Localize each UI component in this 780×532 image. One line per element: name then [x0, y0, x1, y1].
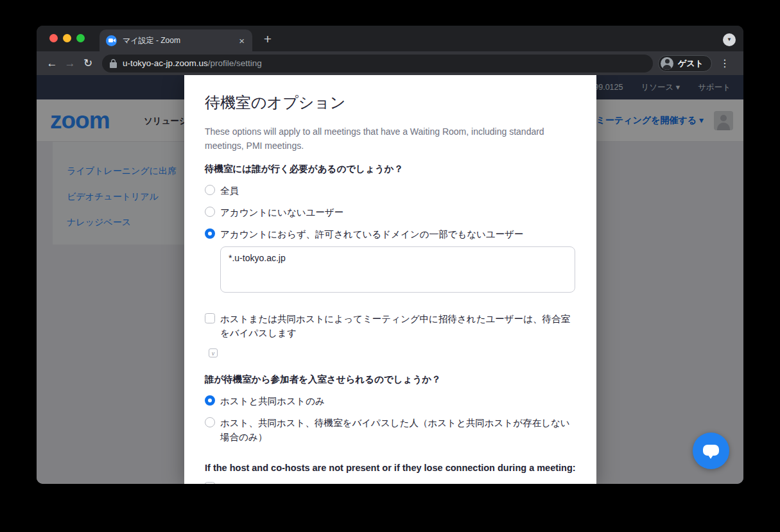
minimize-window-button[interactable]	[63, 34, 71, 42]
profile-label: ゲスト	[678, 58, 704, 69]
browser-window: マイ設定 - Zoom × + ▼ ← → ↻ u-tokyo-ac-jp.zo…	[37, 26, 743, 484]
forward-button[interactable]: →	[61, 55, 79, 73]
checkbox-icon	[205, 482, 215, 485]
radio-label: アカウントにいないユーザー	[220, 205, 343, 219]
page-viewport: 88.799.0125 リソース ▾ サポート zoom ソリューシ ミーティン…	[37, 75, 743, 484]
close-window-button[interactable]	[49, 34, 58, 42]
chat-widget-button[interactable]	[693, 433, 729, 469]
url-host: u-tokyo-ac-jp.zoom.us	[123, 58, 208, 68]
person-icon	[661, 57, 673, 70]
browser-menu-button[interactable]: ⋮	[717, 57, 732, 69]
host-absent-heading: If the host and co-hosts are not present…	[205, 463, 576, 473]
zoom-favicon-icon	[106, 35, 117, 46]
modal-title: 待機室のオプション	[205, 94, 576, 112]
radio-host-cohosts-bypass-users[interactable]: ホスト、共同ホスト、待機室をバイパスした人（ホストと共同ホストが存在しない場合の…	[205, 416, 576, 444]
radio-label: ホスト、共同ホスト、待機室をバイパスした人（ホストと共同ホストが存在しない場合の…	[220, 416, 570, 444]
traffic-lights	[49, 34, 85, 42]
url-path: /profile/setting	[208, 58, 262, 68]
checkbox-bypass-invited-users[interactable]: ホストまたは共同ホストによってミーティング中に招待されたユーザーは、待合室をバイ…	[205, 312, 576, 340]
waiting-room-options-modal: 待機室のオプション These options will apply to al…	[184, 75, 596, 484]
checkbox-icon	[205, 313, 215, 323]
checkbox-label: ホストまたは共同ホストによってミーティング中に招待されたユーザーは、待合室をバイ…	[220, 312, 570, 340]
radio-icon	[205, 185, 215, 195]
checkbox-label: Move participants to the waiting room if…	[220, 481, 512, 485]
browser-tab[interactable]: マイ設定 - Zoom ×	[100, 30, 252, 51]
tab-search-button[interactable]: ▼	[723, 33, 736, 46]
chevron-down-icon: ▼	[727, 37, 732, 42]
radio-label: ホストと共同ホストのみ	[220, 394, 325, 408]
tab-close-icon[interactable]: ×	[238, 36, 246, 46]
radio-icon	[205, 417, 215, 427]
radio-users-not-in-account-or-domain[interactable]: アカウントにおらず、許可されているドメインの一部でもないユーザー	[205, 227, 576, 241]
radio-everyone[interactable]: 全員	[205, 184, 576, 198]
radio-label: アカウントにおらず、許可されているドメインの一部でもないユーザー	[220, 227, 524, 241]
question-who-goes-to-waiting-room: 待機室には誰が行く必要があるのでしょうか？	[205, 162, 576, 176]
profile-chip[interactable]: ゲスト	[658, 55, 712, 72]
radio-icon-selected	[205, 395, 215, 406]
allowed-domains-input[interactable]: *.u-tokyo.ac.jp	[220, 246, 575, 293]
reload-button[interactable]: ↻	[79, 55, 97, 73]
radio-icon-selected	[205, 228, 215, 239]
new-tab-button[interactable]: +	[259, 31, 277, 49]
tab-title: マイ設定 - Zoom	[123, 35, 238, 46]
address-bar[interactable]: u-tokyo-ac-jp.zoom.us/profile/setting	[102, 55, 653, 73]
radio-users-not-in-account[interactable]: アカウントにいないユーザー	[205, 205, 576, 219]
zoom-window-button[interactable]	[76, 34, 85, 42]
browser-toolbar: ← → ↻ u-tokyo-ac-jp.zoom.us/profile/sett…	[37, 51, 743, 75]
broken-image-icon: v	[209, 348, 218, 357]
back-button[interactable]: ←	[43, 55, 61, 73]
url-text: u-tokyo-ac-jp.zoom.us/profile/setting	[123, 58, 262, 68]
radio-icon	[205, 207, 215, 217]
checkbox-move-participants[interactable]: Move participants to the waiting room if…	[205, 481, 576, 485]
question-who-admits-participants: 誰が待機室から参加者を入室させられるのでしょうか？	[205, 372, 576, 386]
radio-label: 全員	[220, 184, 239, 198]
modal-description: These options will apply to all meetings…	[205, 124, 551, 153]
tab-strip: マイ設定 - Zoom × + ▼	[37, 26, 743, 51]
lock-icon[interactable]	[110, 59, 117, 68]
radio-host-and-cohosts-only[interactable]: ホストと共同ホストのみ	[205, 394, 576, 408]
chat-bubble-icon	[703, 445, 719, 456]
